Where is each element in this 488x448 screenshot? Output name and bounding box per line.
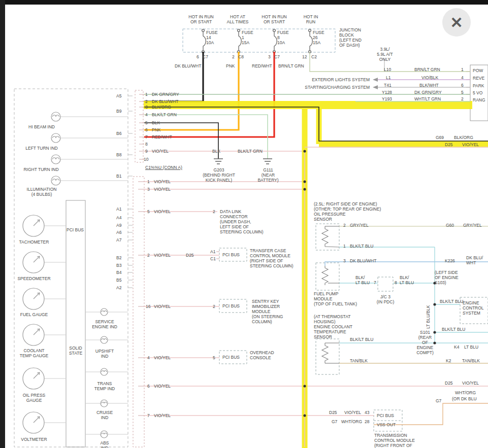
fuel-pump-module-box — [316, 263, 339, 290]
wire-blk-ground — [144, 123, 218, 159]
right-module-box — [470, 65, 488, 121]
pci-bus-box — [219, 351, 247, 364]
highlight-wires — [144, 105, 488, 448]
pin-stubs — [128, 96, 133, 288]
instrument-cluster-box — [14, 89, 128, 447]
sensor-resistors — [322, 226, 339, 363]
fuse-icon — [239, 31, 241, 51]
wiring-diagram-viewer: HOT IN RUN OR STARTHOT AT ALL TIMESHOT I… — [0, 0, 488, 448]
pci-bus-box — [219, 299, 247, 313]
coolant-sensor-box — [316, 339, 339, 374]
wire-brn-lt-grn — [310, 52, 470, 72]
splice-dot-s103 — [433, 282, 436, 284]
wire-dk-blu-wht — [325, 262, 488, 266]
splice-dot — [433, 303, 436, 305]
ground-icon — [263, 159, 272, 164]
grounds — [214, 159, 272, 164]
window-top-edge — [0, 0, 488, 5]
close-button[interactable]: ✕ — [442, 8, 471, 37]
connector-a-box — [135, 90, 143, 162]
splice-dot — [303, 385, 306, 387]
component-boxes — [14, 29, 488, 447]
arrow-left-icon — [373, 85, 378, 89]
gauge-icons — [23, 215, 44, 433]
splice-dot — [433, 341, 436, 344]
fuse-icon — [203, 31, 206, 51]
resistor-icon — [322, 266, 328, 285]
jc3-box — [378, 277, 393, 291]
arrow-left-icon — [373, 78, 378, 82]
wire-wht-org — [374, 403, 488, 425]
splice-dot — [303, 188, 306, 190]
connector-b-box — [133, 177, 144, 447]
resistor-icon — [322, 343, 328, 363]
splice-dot — [303, 180, 306, 183]
indicator-lamp-icons — [51, 112, 108, 438]
system-arrows — [373, 78, 378, 89]
engine-control-system-box — [460, 297, 488, 324]
resistor-icon — [322, 226, 328, 247]
splice-dot-s101 — [433, 331, 436, 333]
close-icon: ✕ — [450, 14, 463, 31]
splice-dot — [303, 414, 306, 417]
splice-dot — [303, 150, 306, 152]
fuse-symbols — [202, 29, 313, 53]
pci-bus-box — [219, 248, 247, 261]
solid-state-box — [66, 200, 85, 447]
window-left-edge — [0, 0, 5, 448]
wire-pnk-feed — [144, 52, 239, 130]
wiring-diagram — [0, 0, 488, 448]
ground-icon — [214, 159, 223, 164]
fuse-icon — [310, 31, 312, 51]
fuse-icon — [274, 31, 277, 51]
